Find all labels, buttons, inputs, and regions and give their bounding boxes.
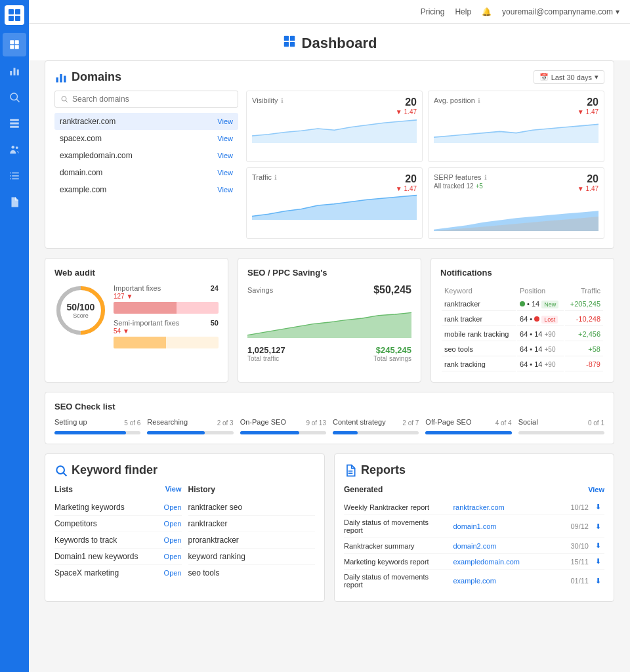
- svg-point-17: [16, 146, 18, 149]
- svg-point-42: [56, 466, 64, 474]
- seo-checklist-section: SEO Check list Setting up 5 of 6 Res: [45, 392, 614, 444]
- svg-line-43: [64, 472, 67, 476]
- dashboard-icon: [282, 34, 297, 52]
- svg-marker-34: [434, 124, 598, 143]
- notifications-title: Notifications: [440, 268, 604, 278]
- svg-rect-1: [15, 9, 20, 14]
- svg-line-12: [16, 99, 19, 102]
- svg-rect-22: [10, 178, 11, 180]
- svg-marker-33: [252, 120, 417, 143]
- domain-row-ranktracker[interactable]: ranktracker.com View: [54, 113, 238, 130]
- reports-section: Reports Generated View Weekly Ranktracke…: [334, 453, 614, 602]
- bottom-section: Keyword finder Lists View Marketing keyw…: [45, 453, 614, 602]
- domains-title: Domains: [54, 70, 121, 84]
- score-circle: 50/100 Score: [54, 284, 107, 337]
- kf-list-item: Competitors Open: [54, 516, 182, 532]
- svg-rect-27: [289, 42, 294, 47]
- svg-rect-29: [60, 74, 62, 83]
- svg-rect-2: [9, 16, 14, 21]
- domains-list: ranktracker.com View spacex.com View exa…: [54, 91, 238, 239]
- date-range-button[interactable]: 📅 Last 30 days ▾: [534, 70, 604, 84]
- pricing-link[interactable]: Pricing: [421, 7, 445, 16]
- kf-history-col: History ranktracker seo ranktracker pror…: [188, 485, 316, 581]
- web-audit-title: Web audit: [54, 268, 219, 278]
- kf-list-item: SpaceX marketing Open: [54, 565, 182, 581]
- report-row: Marketing keywords report exampledomain.…: [344, 554, 604, 570]
- notif-row: rank tracking 64 • 14 +90 -879: [442, 358, 603, 371]
- web-audit-panel: Web audit 50/100 Score: [45, 258, 228, 383]
- report-row: Daily status of movements report domain1…: [344, 515, 604, 538]
- svg-point-16: [12, 146, 15, 149]
- kf-history-item: ranktracker seo: [188, 499, 316, 516]
- download-icon[interactable]: ⬇: [593, 541, 604, 550]
- keyword-finder-section: Keyword finder Lists View Marketing keyw…: [45, 453, 325, 602]
- domain-search-box[interactable]: [54, 91, 238, 108]
- svg-rect-8: [10, 71, 12, 75]
- sidebar-item-analytics[interactable]: [3, 59, 26, 83]
- keyword-finder-inner: Lists View Marketing keywords Open Compe…: [54, 485, 315, 581]
- checklist-item-social: Social 0 of 1: [518, 418, 604, 434]
- svg-point-11: [10, 93, 18, 100]
- seo-ppc-panel: SEO / PPC Saving's Savings $50,245: [238, 258, 421, 383]
- user-email: youremail@companyname.com: [502, 7, 613, 16]
- domain-row-example[interactable]: example.com View: [54, 181, 238, 198]
- svg-rect-24: [284, 36, 288, 41]
- download-icon[interactable]: ⬇: [593, 557, 604, 566]
- help-link[interactable]: Help: [455, 7, 471, 16]
- visibility-chart: Visibility ℹ 20 ▼ 1.47: [246, 91, 423, 162]
- page-title: Dashboard: [302, 35, 377, 52]
- kf-lists-col: Lists View Marketing keywords Open Compe…: [54, 485, 182, 581]
- kf-history-item: keyword ranking: [188, 549, 316, 565]
- page-content: Domains 📅 Last 30 days ▾: [29, 60, 630, 672]
- download-icon[interactable]: ⬇: [593, 577, 604, 585]
- checklist-item-researching: Researching 2 of 3: [147, 418, 233, 434]
- sidebar-item-users[interactable]: [3, 138, 26, 161]
- notifications-panel: Notifications Keyword Position Traffic r…: [430, 258, 614, 383]
- svg-rect-21: [12, 175, 19, 177]
- main-content: Pricing Help 🔔 youremail@companyname.com…: [29, 0, 630, 672]
- checklist-grid: Setting up 5 of 6 Researching 2 of 3: [54, 418, 604, 434]
- domain-row-domain[interactable]: domain.com View: [54, 164, 238, 181]
- page-title-bar: Dashboard: [29, 24, 630, 60]
- kf-history-item: proranktracker: [188, 532, 316, 549]
- topnav: Pricing Help 🔔 youremail@companyname.com…: [29, 0, 630, 24]
- kf-lists-view[interactable]: View: [165, 485, 182, 494]
- download-icon[interactable]: ⬇: [593, 503, 604, 511]
- domain-row-spacex[interactable]: spacex.com View: [54, 130, 238, 147]
- notif-row: seo tools 64 • 14 +50 +58: [442, 343, 603, 356]
- chevron-down-icon: ▾: [616, 7, 620, 16]
- sidebar-item-document[interactable]: [3, 190, 26, 214]
- domains-inner: ranktracker.com View spacex.com View exa…: [54, 91, 604, 239]
- svg-rect-30: [64, 75, 66, 82]
- checklist-item-setup: Setting up 5 of 6: [54, 418, 140, 434]
- sidebar-item-search[interactable]: [3, 85, 26, 109]
- svg-rect-18: [10, 173, 11, 174]
- checklist-item-content: Content strategy 2 of 7: [333, 418, 419, 434]
- col-position: Position: [517, 285, 564, 296]
- report-row: Ranktracker summary domain2.com 30/10 ⬇: [344, 538, 604, 554]
- audit-important-fixes: Important fixes 127 ▼ 24: [114, 284, 219, 314]
- svg-rect-20: [10, 175, 11, 177]
- domain-search-input[interactable]: [72, 94, 232, 104]
- sidebar-logo[interactable]: [5, 5, 24, 25]
- sidebar-item-dashboard[interactable]: [3, 33, 26, 56]
- charts-area: Visibility ℹ 20 ▼ 1.47: [246, 91, 604, 239]
- svg-rect-5: [15, 40, 19, 44]
- svg-rect-28: [56, 77, 58, 83]
- svg-rect-3: [15, 16, 20, 21]
- svg-line-32: [66, 100, 68, 102]
- svg-rect-0: [9, 9, 14, 14]
- svg-rect-14: [10, 123, 19, 125]
- seo-checklist-title: SEO Check list: [54, 402, 604, 411]
- report-row: Weekly Ranktracker report ranktracker.co…: [344, 499, 604, 515]
- notifications-bell-icon[interactable]: 🔔: [482, 7, 492, 16]
- reports-view-link[interactable]: View: [588, 486, 604, 494]
- sidebar-item-table[interactable]: [3, 112, 26, 135]
- download-icon[interactable]: ⬇: [593, 522, 604, 531]
- domain-row-exampledomain[interactable]: exampledomain.com View: [54, 147, 238, 164]
- kf-list-item: Keywords to track Open: [54, 532, 182, 549]
- sidebar-item-list[interactable]: [3, 164, 26, 188]
- seo-ppc-title: SEO / PPC Saving's: [247, 268, 411, 278]
- domains-section: Domains 📅 Last 30 days ▾: [45, 60, 614, 249]
- user-menu[interactable]: youremail@companyname.com ▾: [502, 7, 620, 16]
